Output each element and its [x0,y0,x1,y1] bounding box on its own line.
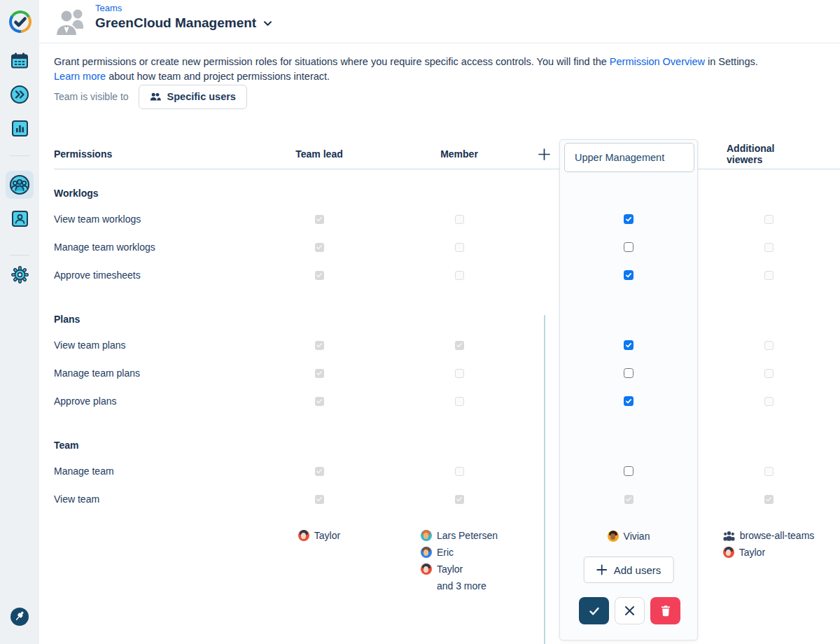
checkbox-unchecked[interactable] [624,368,634,378]
pinned-nav-pushpin-icon[interactable] [6,603,34,631]
checkbox-checked-disabled [455,495,464,504]
cell-role [587,233,671,261]
cell-extra [727,261,811,289]
avatar [421,564,432,575]
add-users-button[interactable]: Add users [584,556,674,583]
cell-member [417,205,501,233]
checkbox-unchecked-disabled [455,369,464,378]
cell-member [417,233,501,261]
checkbox-unchecked-disabled [764,341,774,350]
permission-row: View team worklogs [39,205,840,233]
checkbox-checked[interactable] [624,214,634,224]
sidebar-divider [10,255,29,255]
additional-viewer-users: browse-all-teamsTaylor [723,527,815,561]
checkbox-checked[interactable] [624,340,634,350]
member-users: Lars PetersenEricTaylorand 3 more [421,527,498,594]
avatar [723,547,734,558]
cell-role [587,485,671,513]
cell-lead [277,359,361,387]
col-header-team-lead: Team lead [277,139,361,169]
tempo-logo-icon[interactable] [7,8,34,35]
user-item: Eric [421,544,454,561]
chevron-down-icon[interactable] [262,18,273,29]
expand-double-chevron-icon[interactable] [6,80,34,108]
reports-chart-icon[interactable] [6,114,34,142]
main-content: Teams GreenCloud Management Grant permis… [39,0,840,644]
section-row: Plans [39,289,840,331]
role-users: Vivian [608,528,650,545]
permission-label: Manage team plans [54,359,140,387]
visibility-row: Team is visible to Specific users [54,84,247,109]
checkbox-unchecked[interactable] [624,242,634,252]
column-divider [544,315,545,644]
cell-lead [277,331,361,359]
user-name: Taylor [314,530,340,541]
avatar [608,531,619,542]
role-name-input[interactable] [564,143,694,172]
check-icon [588,605,601,617]
user-item: browse-all-teams [723,527,815,544]
cell-lead [277,261,361,289]
visibility-value: Specific users [167,91,236,102]
visibility-button[interactable]: Specific users [139,85,247,109]
calendar-icon[interactable] [6,47,34,75]
teams-icon[interactable] [6,171,34,199]
permission-overview-link[interactable]: Permission Overview [610,56,705,67]
permission-label: View team worklogs [54,205,141,233]
avatar [421,530,432,541]
permission-label: Manage team [54,457,114,485]
cell-extra [727,387,811,415]
user-name: browse-all-teams [740,530,815,541]
add-role-button[interactable] [538,148,551,161]
cancel-role-button[interactable] [615,597,645,624]
checkbox-unchecked-disabled [764,397,774,406]
checkbox-checked-disabled [315,467,324,476]
cell-lead [277,457,361,485]
user-item: Taylor [723,544,765,561]
checkbox-unchecked[interactable] [624,466,634,476]
breadcrumb-teams[interactable]: Teams [95,3,273,13]
permission-row: Approve plans [39,387,840,415]
checkbox-unchecked-disabled [764,215,774,224]
cell-member [417,457,501,485]
permission-row: View team [39,485,840,513]
cell-role [587,205,671,233]
delete-role-button[interactable] [650,597,680,624]
checkbox-checked-disabled [315,215,324,224]
cell-extra [727,359,811,387]
add-users-label: Add users [614,564,662,576]
more-users-label[interactable]: and 3 more [421,578,486,594]
checkbox-unchecked-disabled [764,243,774,252]
user-item: Lars Petersen [421,527,498,544]
team-lead-users: Taylor [298,527,340,544]
avatar [421,547,432,558]
checkbox-checked[interactable] [624,396,634,406]
permission-label: Manage team worklogs [54,233,155,261]
cell-extra [727,457,811,485]
checkbox-checked[interactable] [624,270,634,280]
cell-extra [727,331,811,359]
cell-role [587,261,671,289]
confirm-role-button[interactable] [579,597,609,624]
checkbox-checked-disabled [315,341,324,350]
intro-part-1: Grant permissions or create new permissi… [54,56,610,67]
team-avatar-icon [55,8,87,37]
col-header-permissions: Permissions [54,139,112,169]
user-name: Taylor [739,547,765,558]
cell-lead [277,233,361,261]
permission-row: View team plans [39,331,840,359]
checkbox-unchecked-disabled [455,271,464,280]
checkbox-checked-disabled [315,495,324,504]
group-icon [723,530,735,541]
section-row: Team [39,415,840,457]
cell-role [587,457,671,485]
permissions-table-body: WorklogsView team worklogsManage team wo… [39,169,840,513]
table-header-row: Permissions Team lead Member Additional … [39,139,840,169]
user-name: Vivian [624,531,650,542]
checkbox-unchecked-disabled [455,397,464,406]
settings-gear-icon[interactable] [6,260,34,288]
checkbox-checked-disabled [455,341,464,350]
checkbox-checked-disabled [315,243,324,252]
accounts-person-icon[interactable] [6,204,34,232]
learn-more-link[interactable]: Learn more [54,71,106,82]
